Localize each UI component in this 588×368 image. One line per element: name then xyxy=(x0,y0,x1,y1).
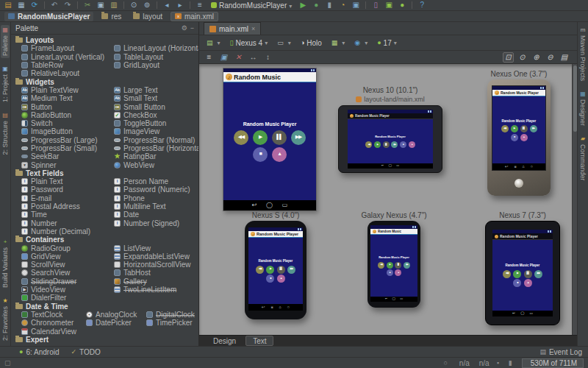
configuration-dropdown[interactable]: ▤ xyxy=(204,37,223,49)
open-icon[interactable]: ▤ xyxy=(3,1,13,10)
palette-section-header[interactable]: Containers xyxy=(15,236,198,244)
forward-icon[interactable]: ▸ xyxy=(175,1,185,10)
palette-item[interactable]: GridView xyxy=(21,252,114,261)
palette-item[interactable]: TableLayout xyxy=(114,53,198,61)
palette-item[interactable]: Plain Text xyxy=(21,177,114,185)
palette-item[interactable]: CalendarView xyxy=(21,327,86,335)
editor-tab-main-xml[interactable]: main.xml × xyxy=(204,22,261,35)
zoom-out-icon[interactable]: ⊖ xyxy=(545,52,556,63)
tool-buttons-toggle[interactable]: ▢ xyxy=(4,359,11,367)
palette-section-header[interactable]: Widgets xyxy=(15,77,198,85)
palette-item[interactable]: DigitalClock xyxy=(146,311,198,319)
device-preview[interactable]: Nexus 7 (7.3") Random Music Player xyxy=(473,211,573,325)
palette-item[interactable]: TimePicker xyxy=(146,319,198,327)
zoom-in-icon[interactable]: ⊕ xyxy=(531,52,542,63)
lock-icon[interactable]: ▪ xyxy=(497,359,501,367)
tool-window-button[interactable]: ▣ 1: Project xyxy=(1,64,10,105)
palette-item[interactable]: Number xyxy=(21,219,114,227)
palette-item[interactable]: CheckBox xyxy=(114,111,198,119)
palette-item[interactable]: RadioGroup xyxy=(21,244,114,252)
todo-tool-window[interactable]: ✓ TODO xyxy=(71,348,100,356)
palette-item[interactable]: ImageButton xyxy=(21,127,114,135)
device-monitor-icon[interactable]: ▯ xyxy=(370,1,381,10)
paste-icon[interactable]: ▥ xyxy=(109,1,119,10)
sdk-manager-icon[interactable]: ● xyxy=(397,1,407,10)
palette-item[interactable]: ListView xyxy=(114,244,198,252)
help-icon[interactable]: ? xyxy=(417,1,427,10)
gear-icon[interactable]: ⚙ xyxy=(182,24,187,32)
palette-item[interactable]: DialerFilter xyxy=(21,294,114,302)
replace-icon[interactable]: ⊚ xyxy=(142,1,152,10)
remove-config-icon[interactable]: ✕ xyxy=(233,52,244,63)
device-dropdown[interactable]: ▯ Nexus 4 xyxy=(227,37,271,49)
palette-item[interactable]: Phone xyxy=(114,194,198,202)
palette-item[interactable]: SlidingDrawer xyxy=(21,277,114,286)
tool-window-button[interactable]: m Maven Projects xyxy=(578,25,587,83)
palette-item[interactable]: Small Button xyxy=(114,102,198,110)
breadcrumb-item[interactable]: main.xml xyxy=(171,12,218,21)
palette-item[interactable]: ToggleButton xyxy=(114,119,198,127)
palette-item[interactable]: TableRow xyxy=(21,61,114,69)
palette-item[interactable]: SeekBar xyxy=(21,152,114,160)
palette-item[interactable]: ProgressBar (Horizontal) xyxy=(114,144,198,152)
device-preview[interactable]: Nexus One (3.7") Random Music Player xyxy=(480,70,558,196)
palette-item[interactable]: LinearLayout (Horizontal) xyxy=(114,44,198,52)
breadcrumb-item[interactable]: layout xyxy=(129,12,166,21)
device-preview[interactable]: Nexus 10 (10.1") layout-land/main.xml Ra… xyxy=(326,86,455,173)
zoom-fit-icon[interactable]: ⊡ xyxy=(503,52,514,63)
palette-item[interactable]: E-mail xyxy=(21,194,114,202)
save-icon[interactable]: ▦ xyxy=(16,1,26,10)
palette-item[interactable]: Plain TextView xyxy=(21,86,114,94)
palette-item[interactable]: Postal Address xyxy=(21,202,114,210)
monitor-icon[interactable]: ▣ xyxy=(351,1,361,10)
palette-item[interactable]: FrameLayout xyxy=(21,44,114,52)
memory-indicator[interactable]: 530M of 711M xyxy=(522,358,584,368)
android-tool-window[interactable]: ● 6: Android xyxy=(19,348,59,356)
palette-item[interactable]: Password xyxy=(21,185,114,194)
palette-item[interactable]: SearchView xyxy=(21,269,114,277)
coverage-icon[interactable]: ▮ xyxy=(324,1,334,10)
debug-icon[interactable]: ● xyxy=(311,1,321,10)
palette-item[interactable]: RatingBar xyxy=(114,152,198,160)
avd-manager-icon[interactable]: ▣ xyxy=(384,1,394,10)
activity-dropdown[interactable]: ▦ xyxy=(329,37,348,49)
close-icon[interactable]: × xyxy=(251,25,255,32)
run-configuration-select[interactable]: RandomMusicPlayer xyxy=(208,1,295,10)
palette-section-header[interactable]: Expert xyxy=(15,336,198,344)
zoom-actual-icon[interactable]: ⊙ xyxy=(517,52,528,63)
palette-item[interactable]: TabHost xyxy=(114,269,198,277)
device-preview[interactable]: Galaxy Nexus (4.7") Random Music xyxy=(356,211,431,308)
run-icon[interactable]: ▶ xyxy=(298,1,308,10)
breadcrumb-item[interactable]: res xyxy=(98,12,125,21)
undo-icon[interactable]: ↶ xyxy=(49,1,60,10)
palette-item[interactable]: ScrollView xyxy=(21,261,114,269)
device-preview[interactable]: Random Music Random Music Player ◀◀▶▌▌▶▶ xyxy=(221,68,318,211)
palette-item[interactable]: ProgressBar (Normal) xyxy=(114,136,198,144)
back-icon[interactable]: ◂ xyxy=(162,1,172,10)
palette-item[interactable]: Number (Decimal) xyxy=(21,227,114,236)
palette-item[interactable]: Spinner xyxy=(21,160,114,169)
api-level-dropdown[interactable]: ● 17 xyxy=(374,37,400,49)
palette-item[interactable]: LinearLayout (Vertical) xyxy=(21,53,114,61)
palette-item[interactable]: Medium Text xyxy=(21,94,114,102)
tool-window-button[interactable]: ▦ Palette xyxy=(1,25,10,58)
canvas-scrollbar[interactable] xyxy=(572,64,577,335)
palette-item[interactable]: ImageView xyxy=(114,127,198,135)
palette-item[interactable]: WebView xyxy=(114,160,198,169)
page-fit-icon[interactable]: ▤ xyxy=(559,52,570,63)
palette-item[interactable]: Large Text xyxy=(114,86,198,94)
palette-item[interactable]: Chronometer xyxy=(21,319,86,327)
orientation-dropdown[interactable]: ▭ xyxy=(274,37,294,49)
attach-profiler-icon[interactable]: ◔ xyxy=(337,1,348,10)
event-log[interactable]: ▤ Event Log xyxy=(539,348,582,356)
sync-icon[interactable]: ⟳ xyxy=(29,1,40,10)
palette-section-header[interactable]: Text Fields xyxy=(15,169,198,177)
palette-item[interactable]: ProgressBar (Small) xyxy=(21,144,114,152)
tool-window-button[interactable]: + Build Variants xyxy=(1,237,10,290)
tool-window-button[interactable]: ★ 2: Favorites xyxy=(1,296,10,343)
locale-dropdown[interactable]: ◉ xyxy=(351,37,370,49)
hide-icon[interactable]: − xyxy=(190,24,194,32)
palette-item[interactable]: DatePicker xyxy=(86,319,146,327)
palette-item[interactable]: Person Name xyxy=(114,177,198,185)
tool-window-button[interactable]: ▰ Commander xyxy=(578,134,587,183)
